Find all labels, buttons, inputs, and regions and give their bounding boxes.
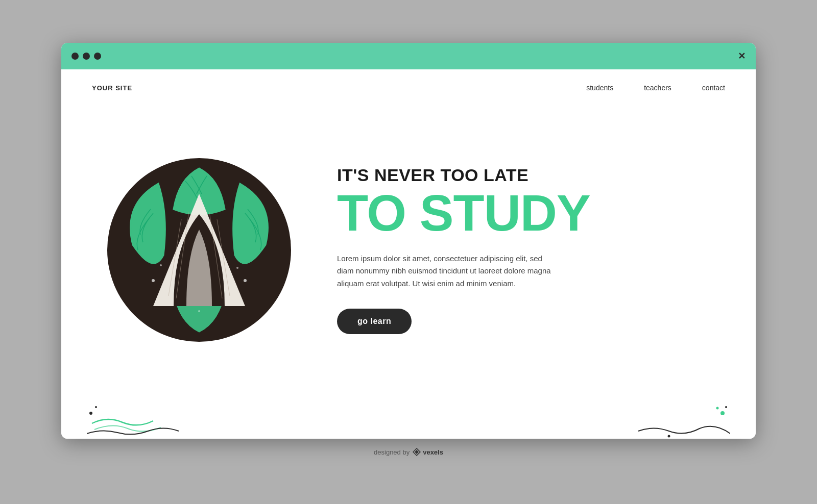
svg-point-11	[89, 412, 92, 415]
svg-point-13	[720, 411, 725, 415]
browser-dot-2	[83, 53, 90, 60]
close-icon[interactable]: ✕	[738, 51, 746, 62]
nav-contact[interactable]: contact	[702, 84, 725, 92]
browser-body: YOUR SITE students teachers contact	[61, 69, 756, 439]
svg-point-14	[716, 407, 719, 410]
site-logo[interactable]: YOUR SITE	[92, 84, 132, 92]
browser-dot-1	[71, 53, 79, 60]
bottom-decorations	[61, 398, 756, 439]
browser-titlebar: ✕	[61, 43, 756, 69]
svg-point-8	[244, 279, 247, 282]
navbar: YOUR SITE students teachers contact	[61, 69, 756, 102]
bottom-decor-left	[87, 403, 189, 439]
browser-dot-3	[94, 53, 101, 60]
svg-point-6	[152, 279, 155, 282]
vexels-logo: vexels	[413, 448, 443, 456]
nav-students[interactable]: students	[586, 84, 613, 92]
svg-point-15	[725, 406, 727, 408]
footer-attribution: designed by vexels	[374, 439, 443, 461]
svg-point-10	[198, 310, 200, 312]
hero-content: IT'S NEVER TOO LATE TO STUDY Lorem ipsum…	[306, 166, 725, 334]
designed-by-text: designed by	[374, 448, 410, 456]
hero-title: TO STUDY	[337, 187, 725, 238]
hero-illustration	[92, 153, 306, 347]
browser-window: ✕ YOUR SITE students teachers contact	[61, 43, 756, 439]
hero-section: IT'S NEVER TOO LATE TO STUDY Lorem ipsum…	[61, 102, 756, 398]
svg-point-9	[236, 267, 238, 269]
svg-point-12	[95, 406, 97, 408]
bottom-decor-right	[628, 403, 730, 439]
svg-point-7	[160, 264, 162, 266]
browser-dots	[71, 53, 101, 60]
hero-subtitle: IT'S NEVER TOO LATE	[337, 166, 725, 185]
nav-teachers[interactable]: teachers	[644, 84, 671, 92]
cta-button[interactable]: go learn	[337, 309, 412, 334]
vexels-brand-name: vexels	[423, 448, 443, 456]
hero-description: Lorem ipsum dolor sit amet, consectetuer…	[337, 253, 557, 290]
vexels-diamond-icon	[413, 448, 421, 456]
navbar-links: students teachers contact	[586, 84, 725, 92]
hero-svg-illustration	[102, 153, 296, 347]
svg-point-16	[668, 435, 670, 438]
